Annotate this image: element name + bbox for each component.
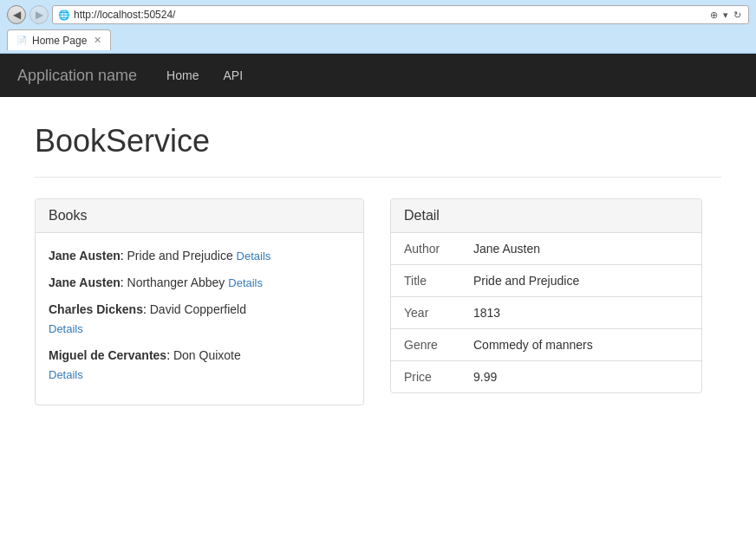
browser-chrome: ◀ ▶ 🌐 http://localhost:50524/ ⊕ ▾ ↻ 📄 Ho… (0, 0, 756, 54)
detail-row-author: Author Jane Austen (391, 233, 701, 265)
navbar-brand[interactable]: Application name (17, 67, 137, 85)
browser-toolbar: ◀ ▶ 🌐 http://localhost:50524/ ⊕ ▾ ↻ (0, 0, 756, 28)
year-value: 1813 (460, 297, 701, 329)
title-value: Pride and Prejudice (460, 265, 701, 297)
search-icon[interactable]: ⊕ (708, 10, 720, 21)
book-title-1: Pride and Prejudice (127, 249, 233, 263)
divider (35, 177, 721, 178)
detail-table: Author Jane Austen Title Pride and Preju… (391, 233, 701, 392)
detail-row-genre: Genre Commedy of manners (391, 329, 701, 361)
tab-label: Home Page (32, 35, 87, 47)
navbar: Application name Home API (0, 54, 756, 97)
book-entry-1: Jane Austen: Pride and Prejudice Details (49, 246, 350, 266)
detail-row-year: Year 1813 (391, 297, 701, 329)
book-author-2: Jane Austen (49, 276, 121, 289)
book-details-link-2[interactable]: Details (228, 276, 263, 289)
refresh-icon[interactable]: ↻ (732, 10, 743, 21)
detail-row-price: Price 9.99 (391, 361, 701, 393)
detail-panel-header: Detail (391, 199, 701, 233)
price-label: Price (391, 361, 460, 393)
forward-button[interactable]: ▶ (29, 5, 49, 24)
genre-label: Genre (391, 329, 460, 361)
books-panel-header: Books (36, 199, 363, 233)
detail-panel: Detail Author Jane Austen Title Pride an… (390, 198, 702, 393)
book-author-4: Miguel de Cervantes (49, 348, 166, 362)
books-panel-body: Jane Austen: Pride and Prejudice Details… (36, 233, 363, 405)
book-details-link-4[interactable]: Details (49, 368, 83, 381)
main-content: BookService Books Jane Austen: Pride and… (0, 97, 756, 431)
back-button[interactable]: ◀ (7, 5, 26, 24)
navbar-link-api[interactable]: API (211, 54, 255, 97)
address-bar-actions: ⊕ ▾ ↻ (708, 10, 743, 21)
author-value: Jane Austen (460, 233, 701, 265)
navbar-link-home[interactable]: Home (154, 54, 211, 97)
title-label: Title (391, 265, 460, 297)
book-entry-3: Charles Dickens: David Copperfield Detai… (49, 300, 350, 339)
url-text: http://localhost:50524/ (74, 9, 705, 21)
book-entry-2: Jane Austen: Northanger Abbey Details (49, 273, 350, 293)
book-author-1: Jane Austen (49, 249, 121, 263)
detail-row-title: Title Pride and Prejudice (391, 265, 701, 297)
content-row: Books Jane Austen: Pride and Prejudice D… (35, 198, 721, 405)
book-details-link-3[interactable]: Details (49, 322, 83, 335)
genre-value: Commedy of manners (460, 329, 701, 361)
address-bar-icon: 🌐 (58, 10, 70, 21)
active-tab[interactable]: 📄 Home Page ✕ (7, 29, 111, 50)
book-entry-4: Miguel de Cervantes: Don Quixote Details (49, 346, 350, 385)
book-author-3: Charles Dickens (49, 302, 143, 316)
dropdown-icon[interactable]: ▾ (721, 10, 730, 21)
address-bar[interactable]: 🌐 http://localhost:50524/ ⊕ ▾ ↻ (52, 5, 749, 24)
book-title-3: David Copperfield (150, 302, 246, 316)
books-panel: Books Jane Austen: Pride and Prejudice D… (35, 198, 364, 405)
year-label: Year (391, 297, 460, 329)
book-title-4: Don Quixote (173, 348, 241, 362)
tab-favicon-icon: 📄 (16, 36, 27, 45)
price-value: 9.99 (460, 361, 701, 393)
browser-tabs: 📄 Home Page ✕ (0, 28, 756, 50)
page-title: BookService (35, 123, 721, 159)
tab-close-icon[interactable]: ✕ (94, 35, 101, 46)
author-label: Author (391, 233, 460, 265)
book-title-2: Northanger Abbey (127, 276, 225, 289)
book-details-link-1[interactable]: Details (237, 250, 271, 263)
